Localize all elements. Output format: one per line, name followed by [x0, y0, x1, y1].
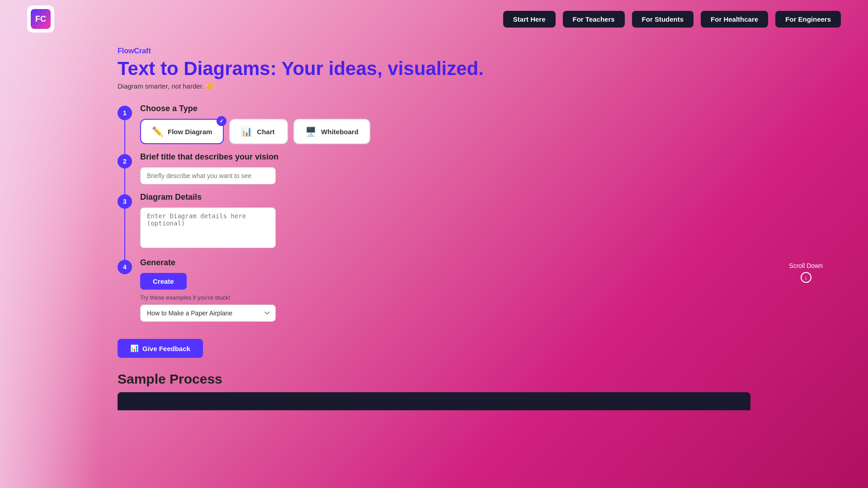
vision-title-input[interactable]: [140, 167, 276, 184]
chart-icon: 📊: [241, 126, 252, 137]
step-3-title: Diagram Details: [140, 192, 750, 202]
give-feedback-button[interactable]: 📊 Give Feedback: [118, 339, 203, 358]
step-4-content: Generate Create Try these examples if yo…: [140, 258, 750, 322]
step-2-row: 2 Brief title that describes your vision: [118, 152, 750, 184]
step-2-title: Brief title that describes your vision: [140, 152, 750, 162]
main-content: FlowCraft Text to Diagrams: Your ideas, …: [0, 38, 868, 410]
whiteboard-icon: 🖥️: [305, 126, 316, 137]
sample-section: Sample Process: [118, 371, 750, 410]
for-students-button[interactable]: For Students: [632, 11, 694, 28]
selected-check: ✓: [217, 116, 226, 126]
step-3-row: 3 Diagram Details: [118, 192, 750, 250]
steps-container: 1 Choose a Type ✏️ Flow Diagram ✓ 📊: [118, 104, 750, 330]
for-healthcare-button[interactable]: For Healthcare: [701, 11, 768, 28]
hero-title: Text to Diagrams: Your ideas, visualized…: [118, 58, 750, 80]
examples-dropdown[interactable]: How to Make a Paper Airplane Software De…: [140, 305, 276, 322]
feedback-icon: 📊: [130, 344, 139, 352]
sample-bar: [118, 392, 750, 410]
flow-diagram-label: Flow Diagram: [168, 128, 212, 136]
whiteboard-label: Whiteboard: [321, 128, 359, 136]
whiteboard-card[interactable]: 🖥️ Whiteboard: [293, 119, 370, 144]
step-4-row: 4 Generate Create Try these examples if …: [118, 258, 750, 322]
logo[interactable]: FC: [27, 5, 54, 33]
brand-label: FlowCraft: [118, 47, 750, 55]
logo-text: FC: [35, 14, 46, 24]
navigation: Start Here For Teachers For Students For…: [503, 11, 841, 28]
flow-diagram-icon: ✏️: [152, 126, 163, 137]
stuck-text: Try these examples if you're stuck!: [140, 294, 750, 301]
sample-title: Sample Process: [118, 371, 750, 387]
step-1-row: 1 Choose a Type ✏️ Flow Diagram ✓ 📊: [118, 104, 750, 144]
hero-subtitle: Diagram smarter, not harder. 🤝: [118, 82, 750, 90]
step-1-title: Choose a Type: [140, 104, 750, 113]
scroll-down: Scroll Down ↓: [789, 262, 823, 283]
step-1-content: Choose a Type ✏️ Flow Diagram ✓ 📊 Chart: [140, 104, 750, 144]
header: FC Start Here For Teachers For Students …: [0, 0, 868, 38]
create-button[interactable]: Create: [140, 273, 187, 290]
step-2-number: 2: [118, 154, 132, 169]
diagram-details-input[interactable]: [140, 207, 276, 248]
feedback-label: Give Feedback: [142, 345, 190, 352]
step-1-number: 1: [118, 106, 132, 120]
chart-label: Chart: [257, 128, 274, 136]
for-teachers-button[interactable]: For Teachers: [563, 11, 625, 28]
start-here-button[interactable]: Start Here: [503, 11, 556, 28]
scroll-down-arrow: ↓: [801, 272, 811, 283]
for-engineers-button[interactable]: For Engineers: [775, 11, 841, 28]
scroll-down-label: Scroll Down: [789, 262, 823, 269]
step-4-number: 4: [118, 260, 132, 274]
feedback-section: 📊 Give Feedback: [118, 339, 750, 358]
step-2-content: Brief title that describes your vision: [140, 152, 750, 184]
step-4-title: Generate: [140, 258, 750, 267]
step-3-number: 3: [118, 194, 132, 209]
flow-diagram-card[interactable]: ✏️ Flow Diagram ✓: [140, 119, 224, 144]
step-3-content: Diagram Details: [140, 192, 750, 250]
type-cards: ✏️ Flow Diagram ✓ 📊 Chart 🖥️ Whitebo: [140, 119, 750, 144]
chart-card[interactable]: 📊 Chart: [229, 119, 288, 144]
